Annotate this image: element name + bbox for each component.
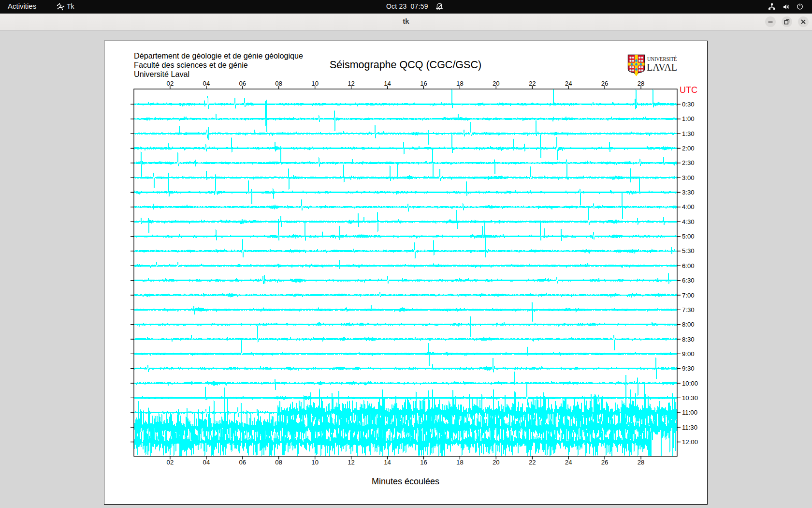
svg-text:26: 26 (601, 80, 609, 87)
svg-text:08: 08 (275, 459, 282, 466)
svg-text:11:00: 11:00 (682, 409, 697, 416)
svg-text:8:00: 8:00 (682, 321, 695, 328)
svg-text:22: 22 (529, 80, 536, 87)
svg-text:7:30: 7:30 (682, 306, 695, 314)
svg-text:16: 16 (420, 459, 427, 466)
svg-text:28: 28 (638, 80, 645, 87)
svg-text:24: 24 (565, 80, 572, 87)
svg-text:26: 26 (601, 459, 609, 466)
svg-text:02: 02 (167, 80, 174, 87)
svg-text:3:30: 3:30 (682, 189, 695, 196)
svg-text:16: 16 (420, 80, 427, 87)
svg-text:12:00: 12:00 (682, 438, 698, 446)
svg-text:04: 04 (203, 459, 210, 466)
svg-text:12: 12 (348, 80, 355, 87)
svg-text:8:30: 8:30 (682, 336, 695, 343)
svg-text:18: 18 (456, 80, 464, 87)
svg-text:4:00: 4:00 (682, 203, 695, 210)
svg-text:06: 06 (239, 459, 246, 466)
svg-text:9:30: 9:30 (682, 365, 695, 372)
svg-text:6:00: 6:00 (682, 262, 695, 269)
svg-text:06: 06 (239, 80, 246, 87)
svg-text:6:30: 6:30 (682, 277, 695, 284)
svg-text:3:00: 3:00 (682, 174, 695, 181)
svg-text:4:30: 4:30 (682, 218, 695, 225)
svg-text:28: 28 (638, 459, 645, 466)
svg-text:5:00: 5:00 (682, 233, 695, 240)
svg-text:9:00: 9:00 (682, 350, 695, 358)
svg-text:02: 02 (167, 459, 174, 466)
svg-text:12: 12 (348, 459, 355, 466)
svg-text:7:00: 7:00 (682, 292, 695, 299)
svg-text:04: 04 (203, 80, 210, 87)
svg-text:10: 10 (311, 80, 319, 87)
svg-text:0:30: 0:30 (682, 101, 695, 108)
svg-text:20: 20 (493, 459, 500, 466)
svg-text:08: 08 (275, 80, 282, 87)
svg-text:1:00: 1:00 (682, 115, 695, 122)
svg-text:10:00: 10:00 (682, 380, 698, 387)
svg-text:5:30: 5:30 (682, 247, 695, 254)
svg-text:20: 20 (493, 80, 500, 87)
svg-text:LAVAL: LAVAL (647, 61, 677, 73)
svg-text:1:30: 1:30 (682, 130, 695, 137)
svg-text:2:00: 2:00 (682, 145, 695, 152)
svg-text:Département de géologie et de: Département de géologie et de génie géol… (134, 51, 303, 60)
svg-text:18: 18 (456, 459, 464, 466)
svg-text:Minutes écoulées: Minutes écoulées (372, 477, 439, 486)
svg-text:Faculté des sciences et de gén: Faculté des sciences et de génie (134, 60, 248, 69)
svg-text:Séismographe QCQ (CGC/GSC): Séismographe QCQ (CGC/GSC) (330, 59, 481, 71)
svg-text:11:30: 11:30 (682, 424, 697, 431)
svg-text:22: 22 (529, 459, 536, 466)
svg-text:2:30: 2:30 (682, 159, 695, 166)
svg-text:10: 10 (311, 459, 319, 466)
svg-text:14: 14 (384, 80, 391, 87)
svg-text:24: 24 (565, 459, 572, 466)
svg-text:Université Laval: Université Laval (134, 70, 189, 78)
svg-text:14: 14 (384, 459, 391, 466)
svg-text:UTC: UTC (680, 85, 697, 95)
svg-text:10:30: 10:30 (682, 394, 698, 402)
